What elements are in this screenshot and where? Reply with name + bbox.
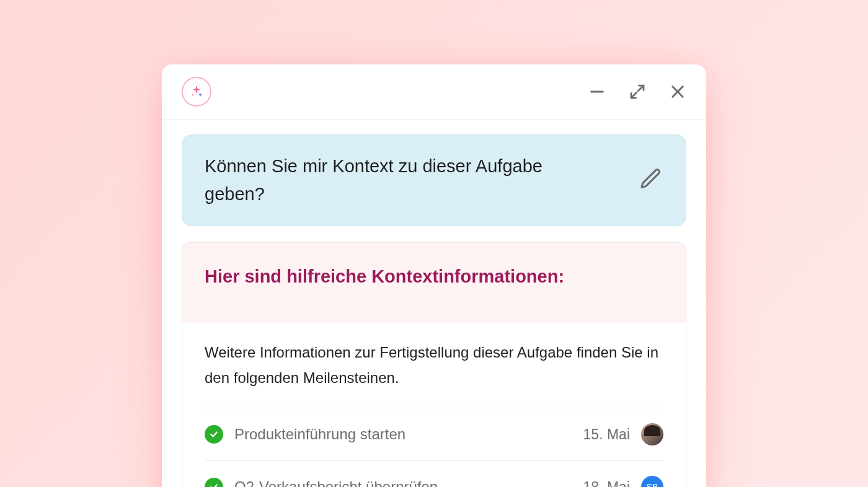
user-prompt-text: Können Sie mir Kontext zu dieser Aufgabe… (205, 152, 589, 208)
task-title: Q2-Verkaufsbericht überprüfen (234, 478, 572, 487)
modal-header (162, 64, 706, 120)
checkmark-icon (205, 425, 223, 444)
response-body: Weitere Informationen zur Fertigstellung… (182, 323, 686, 487)
assignee-avatar[interactable] (641, 423, 663, 445)
assignee-avatar[interactable]: SB (641, 476, 663, 487)
expand-button[interactable] (628, 82, 647, 101)
response-description: Weitere Informationen zur Fertigstellung… (205, 340, 663, 408)
ai-response-card: Hier sind hilfreiche Kontextinformatione… (182, 242, 686, 487)
minimize-button[interactable] (588, 83, 606, 100)
task-row[interactable]: Q2-Verkaufsbericht überprüfen 18. Mai SB (205, 460, 663, 487)
ai-assistant-modal: Können Sie mir Kontext zu dieser Aufgabe… (162, 64, 706, 487)
edit-prompt-button[interactable] (639, 167, 663, 194)
checkmark-icon (205, 478, 223, 487)
sparkle-icon (182, 77, 211, 107)
response-header: Hier sind hilfreiche Kontextinformatione… (182, 243, 686, 323)
close-button[interactable] (669, 83, 686, 100)
task-date: 18. Mai (583, 479, 630, 487)
task-date: 15. Mai (583, 426, 630, 443)
task-title: Produkteinführung starten (234, 426, 572, 443)
task-row[interactable]: Produkteinführung starten 15. Mai (205, 408, 663, 460)
header-actions (588, 82, 686, 101)
modal-body: Können Sie mir Kontext zu dieser Aufgabe… (162, 120, 706, 487)
response-title: Hier sind hilfreiche Kontextinformatione… (205, 266, 663, 287)
user-prompt-box: Können Sie mir Kontext zu dieser Aufgabe… (182, 134, 686, 226)
